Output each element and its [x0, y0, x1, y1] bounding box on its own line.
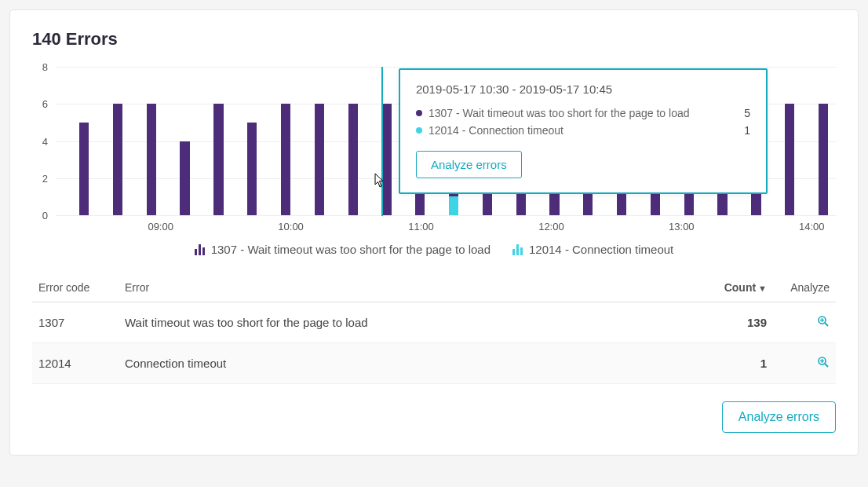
svg-line-5 — [825, 364, 828, 367]
cell-count: 1 — [702, 342, 773, 383]
bar[interactable] — [147, 67, 156, 215]
analyze-row-icon[interactable] — [817, 356, 830, 371]
cell-error-code: 1307 — [32, 302, 119, 342]
chart-legend: 1307 - Wait timeout was too short for th… — [32, 243, 836, 258]
x-tick-label: 12:00 — [538, 221, 564, 233]
table-row: 12014 Connection timeout 1 — [32, 342, 836, 383]
x-tick-label: 09:00 — [148, 221, 173, 233]
bar[interactable] — [247, 67, 257, 215]
table-row: 1307 Wait timeout was too short for the … — [32, 302, 836, 342]
bar-chart-icon — [512, 244, 523, 255]
bar-chart-icon — [195, 244, 205, 255]
chart-x-axis: 09:0010:0011:0012:0013:0014:00 — [79, 221, 828, 236]
tooltip-analyze-errors-button[interactable]: Analyze errors — [416, 151, 522, 178]
bar[interactable] — [381, 67, 391, 215]
errors-table: Error code Error Count▼ Analyze 1307 Wai… — [32, 273, 836, 384]
cell-error-code: 12014 — [32, 342, 119, 383]
cell-error-msg: Wait timeout was too short for the page … — [119, 302, 702, 342]
cell-error-msg: Connection timeout — [119, 342, 702, 383]
page-title: 140 Errors — [32, 29, 836, 49]
legend-item[interactable]: 1307 - Wait timeout was too short for th… — [195, 243, 491, 256]
cell-count: 139 — [702, 302, 773, 342]
y-tick-label: 4 — [42, 135, 48, 147]
chart-y-axis: 02468 — [32, 67, 53, 215]
tooltip-time-range: 2019-05-17 10:30 - 2019-05-17 10:45 — [416, 82, 750, 96]
y-tick-label: 0 — [42, 210, 48, 222]
col-error[interactable]: Error — [119, 273, 702, 302]
col-analyze: Analyze — [773, 273, 836, 302]
bar[interactable] — [281, 67, 290, 215]
analyze-errors-button[interactable]: Analyze errors — [722, 401, 836, 433]
bar[interactable] — [213, 67, 223, 215]
bar[interactable] — [348, 67, 358, 215]
x-tick-label: 11:00 — [408, 221, 434, 233]
y-tick-label: 6 — [42, 98, 48, 110]
tooltip-series-row: 12014 - Connection timeout1 — [416, 124, 750, 137]
bar[interactable] — [79, 67, 89, 215]
chart-tooltip: 2019-05-17 10:30 - 2019-05-17 10:45 1307… — [399, 68, 768, 194]
error-chart: 02468 09:0010:0011:0012:0013:0014:00 201… — [32, 67, 836, 232]
errors-panel: 140 Errors 02468 09:0010:0011:0012:0013:… — [9, 9, 859, 456]
svg-line-1 — [825, 323, 828, 326]
bar[interactable] — [180, 67, 189, 215]
col-count[interactable]: Count▼ — [702, 273, 773, 302]
y-tick-label: 8 — [42, 61, 48, 73]
tooltip-series-row: 1307 - Wait timeout was too short for th… — [416, 107, 750, 119]
x-tick-label: 13:00 — [669, 221, 695, 233]
analyze-row-icon[interactable] — [817, 315, 830, 330]
bar[interactable] — [113, 67, 122, 215]
legend-item[interactable]: 12014 - Connection timeout — [512, 243, 673, 256]
x-tick-label: 14:00 — [799, 221, 825, 233]
sort-desc-icon: ▼ — [758, 284, 767, 293]
bar[interactable] — [819, 67, 828, 215]
bar[interactable] — [315, 67, 324, 215]
col-error-code[interactable]: Error code — [32, 273, 119, 302]
bar[interactable] — [785, 67, 794, 215]
x-tick-label: 10:00 — [278, 221, 304, 233]
y-tick-label: 2 — [42, 172, 48, 184]
